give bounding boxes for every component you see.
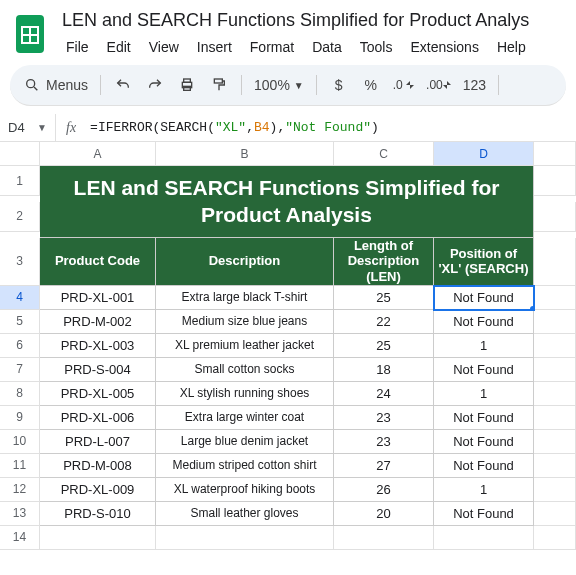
currency-button[interactable]: $ (325, 71, 353, 99)
empty-cell[interactable] (534, 286, 576, 310)
row-head-6[interactable]: 6 (0, 334, 40, 358)
row-head-1[interactable]: 1 (0, 166, 40, 196)
menu-data[interactable]: Data (304, 35, 350, 59)
cell-code[interactable]: PRD-M-008 (40, 454, 156, 478)
row-head-4[interactable]: 4 (0, 286, 40, 310)
row-head-11[interactable]: 11 (0, 454, 40, 478)
cell-desc[interactable]: Small leather gloves (156, 502, 334, 526)
menu-tools[interactable]: Tools (352, 35, 401, 59)
row-head-12[interactable]: 12 (0, 478, 40, 502)
cell-code[interactable]: PRD-S-004 (40, 358, 156, 382)
header-cell[interactable]: Position of 'XL' (SEARCH) (434, 238, 534, 286)
empty-cell[interactable] (534, 478, 576, 502)
cell-code[interactable]: PRD-XL-003 (40, 334, 156, 358)
header-cell[interactable]: Length of Description (LEN) (334, 238, 434, 286)
cell-desc[interactable]: Extra large black T-shirt (156, 286, 334, 310)
cell-desc[interactable]: Medium size blue jeans (156, 310, 334, 334)
empty-cell[interactable] (534, 382, 576, 406)
formula-bar[interactable]: =IFERROR(SEARCH("XL",B4),"Not Found") (86, 120, 576, 135)
empty-cell[interactable] (534, 526, 576, 550)
cell-code[interactable]: PRD-S-010 (40, 502, 156, 526)
empty-data-cell[interactable] (434, 526, 534, 550)
cell-pos[interactable]: Not Found (434, 286, 534, 310)
menu-file[interactable]: File (58, 35, 97, 59)
cell-len[interactable]: 23 (334, 430, 434, 454)
cell-code[interactable]: PRD-XL-001 (40, 286, 156, 310)
cell-len[interactable]: 23 (334, 406, 434, 430)
empty-cell[interactable] (534, 454, 576, 478)
cell-desc[interactable]: XL waterproof hiking boots (156, 478, 334, 502)
spreadsheet-grid[interactable]: ABCD1LEN and SEARCH Functions Simplified… (0, 142, 576, 550)
cell-code[interactable]: PRD-M-002 (40, 310, 156, 334)
cell-desc[interactable]: Small cotton socks (156, 358, 334, 382)
empty-data-cell[interactable] (334, 526, 434, 550)
empty-cell[interactable] (534, 202, 576, 232)
empty-cell[interactable] (534, 238, 576, 286)
more-formats-button[interactable]: 123 (459, 71, 490, 99)
doc-title[interactable]: LEN and SEARCH Functions Simplified for … (58, 8, 564, 33)
percent-button[interactable]: % (357, 71, 385, 99)
print-button[interactable] (173, 71, 201, 99)
row-head-7[interactable]: 7 (0, 358, 40, 382)
name-box[interactable]: D4 ▼ (0, 114, 56, 141)
cell-len[interactable]: 22 (334, 310, 434, 334)
cell-code[interactable]: PRD-XL-005 (40, 382, 156, 406)
empty-cell[interactable] (534, 334, 576, 358)
menu-edit[interactable]: Edit (99, 35, 139, 59)
zoom-dropdown[interactable]: 100%▼ (250, 71, 308, 99)
cell-pos[interactable]: 1 (434, 334, 534, 358)
cell-len[interactable]: 25 (334, 334, 434, 358)
row-head-13[interactable]: 13 (0, 502, 40, 526)
cell-code[interactable]: PRD-L-007 (40, 430, 156, 454)
col-head-e[interactable] (534, 142, 576, 166)
empty-cell[interactable] (534, 502, 576, 526)
selection-handle[interactable] (530, 306, 534, 310)
empty-cell[interactable] (534, 430, 576, 454)
cell-pos[interactable]: Not Found (434, 310, 534, 334)
cell-pos[interactable]: 1 (434, 382, 534, 406)
row-head-5[interactable]: 5 (0, 310, 40, 334)
menu-format[interactable]: Format (242, 35, 302, 59)
empty-data-cell[interactable] (40, 526, 156, 550)
cell-desc[interactable]: XL stylish running shoes (156, 382, 334, 406)
cell-len[interactable]: 18 (334, 358, 434, 382)
header-cell[interactable]: Description (156, 238, 334, 286)
row-head-8[interactable]: 8 (0, 382, 40, 406)
menu-insert[interactable]: Insert (189, 35, 240, 59)
increase-decimal-button[interactable]: .00 (422, 71, 455, 99)
row-head-3[interactable]: 3 (0, 238, 40, 286)
menu-view[interactable]: View (141, 35, 187, 59)
decrease-decimal-button[interactable]: .0 (389, 71, 418, 99)
menu-extensions[interactable]: Extensions (402, 35, 486, 59)
cell-desc[interactable]: Medium striped cotton shirt (156, 454, 334, 478)
cell-pos[interactable]: Not Found (434, 406, 534, 430)
cell-code[interactable]: PRD-XL-009 (40, 478, 156, 502)
empty-cell[interactable] (534, 166, 576, 196)
row-head-2[interactable]: 2 (0, 202, 40, 232)
col-head-B[interactable]: B (156, 142, 334, 166)
cell-pos[interactable]: Not Found (434, 430, 534, 454)
cell-pos[interactable]: Not Found (434, 358, 534, 382)
cell-len[interactable]: 20 (334, 502, 434, 526)
undo-button[interactable] (109, 71, 137, 99)
row-head-14[interactable]: 14 (0, 526, 40, 550)
cell-code[interactable]: PRD-XL-006 (40, 406, 156, 430)
cell-len[interactable]: 26 (334, 478, 434, 502)
cell-pos[interactable]: 1 (434, 478, 534, 502)
col-head-C[interactable]: C (334, 142, 434, 166)
header-cell[interactable]: Product Code (40, 238, 156, 286)
cell-len[interactable]: 25 (334, 286, 434, 310)
cell-len[interactable]: 24 (334, 382, 434, 406)
row-head-10[interactable]: 10 (0, 430, 40, 454)
empty-cell[interactable] (534, 358, 576, 382)
search-menus-button[interactable]: Menus (20, 71, 92, 99)
row-head-9[interactable]: 9 (0, 406, 40, 430)
empty-data-cell[interactable] (156, 526, 334, 550)
select-all-corner[interactable] (0, 142, 40, 166)
col-head-D[interactable]: D (434, 142, 534, 166)
cell-pos[interactable]: Not Found (434, 454, 534, 478)
cell-desc[interactable]: XL premium leather jacket (156, 334, 334, 358)
paint-format-button[interactable] (205, 71, 233, 99)
cell-desc[interactable]: Extra large winter coat (156, 406, 334, 430)
menu-help[interactable]: Help (489, 35, 534, 59)
